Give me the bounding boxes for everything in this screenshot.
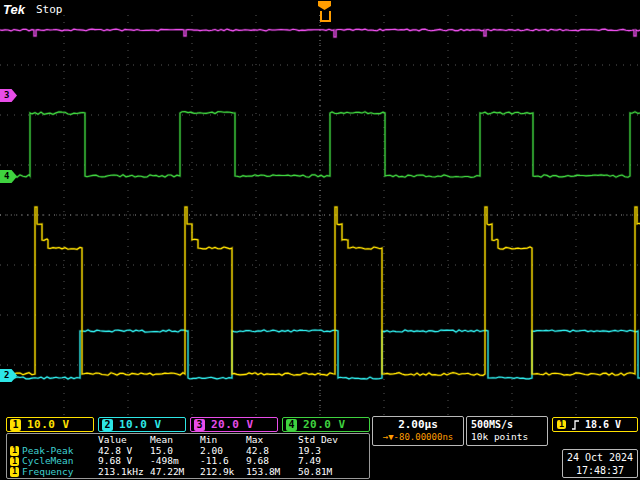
ch4-badge: 4 (286, 419, 297, 431)
col-header-min: Min (200, 435, 246, 446)
timebase-readout[interactable]: 2.00μs →▼-80.00000ns (372, 416, 464, 446)
ch3-badge: 3 (194, 419, 205, 431)
meas-ch-badge: 1 (10, 467, 19, 477)
ch3-marker-label: 3 (4, 90, 9, 100)
meas-max: 9.68 (246, 456, 298, 467)
meas-min: -11.6 (200, 456, 246, 467)
meas-mean: -498m (150, 456, 200, 467)
date-value: 24 Oct 2024 (563, 451, 637, 464)
meas-value: 9.68 V (98, 456, 150, 467)
ch2-marker-label: 2 (4, 370, 9, 380)
ch2-scale-value: 10.0 V (119, 418, 162, 431)
col-header-stddev: Std Dev (298, 435, 366, 446)
meas-ch-badge: 1 (10, 446, 19, 456)
record-length: 10k points (471, 431, 547, 443)
datetime-readout: 24 Oct 2024 17:48:37 (562, 449, 638, 478)
ch4-scale-value: 20.0 V (303, 418, 346, 431)
ch1-scale-value: 10.0 V (27, 418, 70, 431)
trigger-level-value: 18.6 V (585, 419, 621, 430)
ch2-badge: 2 (102, 419, 113, 431)
meas-stddev: 7.49 (298, 456, 366, 467)
ch2-scale-readout[interactable]: 2 10.0 V (98, 417, 186, 432)
col-header-value: Value (98, 435, 150, 446)
col-header-mean: Mean (150, 435, 200, 446)
trigger-readout[interactable]: 1 18.6 V (552, 417, 638, 432)
meas-value: 213.1kHz (98, 467, 150, 478)
acquisition-readout[interactable]: 500MS/s 10k points (466, 416, 548, 446)
col-header-max: Max (246, 435, 298, 446)
meas-max: 153.8M (246, 467, 298, 478)
trigger-position-readout: →▼-80.00000ns (373, 432, 463, 443)
meas-name: CycleMean (22, 456, 73, 467)
sample-rate: 500MS/s (471, 418, 547, 431)
meas-ch-badge: 1 (10, 457, 19, 467)
oscilloscope-screen: Tek Stop 3 4 2 1 10.0 V 2 10.0 V 3 20.0 … (0, 0, 640, 480)
ch3-scale-value: 20.0 V (211, 418, 254, 431)
ch1-badge: 1 (10, 419, 21, 431)
acquisition-status: Stop (36, 3, 63, 16)
measurement-header-row: Value Mean Min Max Std Dev (10, 435, 366, 446)
ch1-scale-readout[interactable]: 1 10.0 V (6, 417, 94, 432)
measurement-table[interactable]: Value Mean Min Max Std Dev 1 Peak-Peak 4… (6, 433, 370, 479)
trigger-position-value: -80.00000ns (394, 432, 454, 442)
ch4-marker-label: 4 (4, 171, 9, 181)
meas-min: 212.9k (200, 467, 246, 478)
meas-mean: 47.22M (150, 467, 200, 478)
tek-logo: Tek (3, 2, 25, 17)
graticule-and-waveforms (0, 0, 640, 480)
time-value: 17:48:37 (563, 464, 637, 477)
measurement-row-cyclemean: 1 CycleMean 9.68 V -498m -11.6 9.68 7.49 (10, 456, 366, 467)
meas-name: Frequency (22, 467, 73, 478)
trigger-source-indicator (320, 11, 331, 22)
ch4-scale-readout[interactable]: 4 20.0 V (282, 417, 370, 432)
meas-stddev: 50.81M (298, 467, 366, 478)
ch3-scale-readout[interactable]: 3 20.0 V (190, 417, 278, 432)
trigger-source-badge: 1 (557, 420, 566, 430)
measurement-row-frequency: 1 Frequency 213.1kHz 47.22M 212.9k 153.8… (10, 467, 366, 478)
timebase-scale: 2.00μs (373, 418, 463, 432)
rising-edge-icon (571, 419, 580, 431)
